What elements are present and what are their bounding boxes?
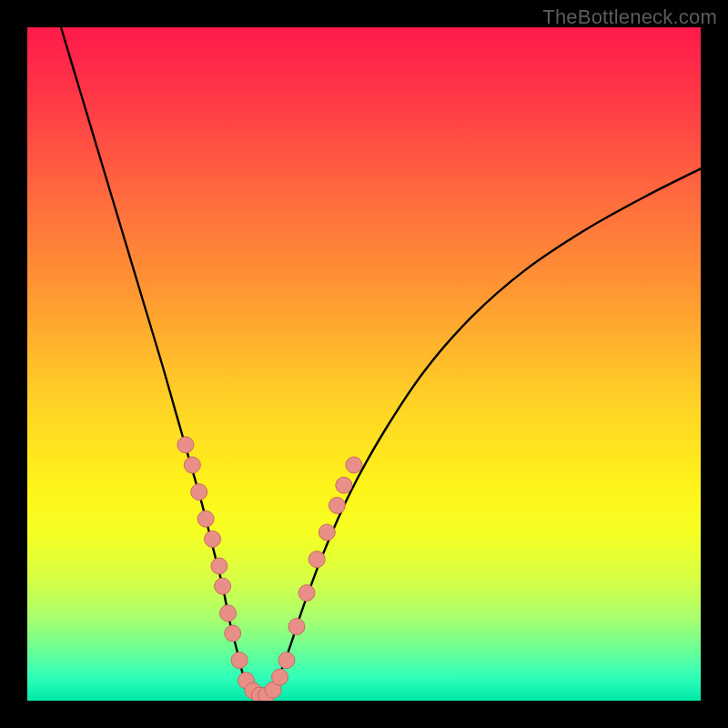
watermark-text: TheBottleneck.com (542, 5, 717, 29)
curve-marker (225, 625, 241, 642)
plot-area (27, 27, 701, 701)
curve-marker (329, 497, 345, 513)
curve-marker (272, 669, 288, 685)
curve-marker (205, 531, 221, 547)
curve-marker (231, 652, 248, 669)
curve-marker (191, 484, 207, 500)
curve-marker (336, 477, 352, 493)
curve-marker (318, 524, 335, 541)
curve-marker (278, 652, 295, 669)
curve-marker (288, 619, 305, 635)
svg-rect-0 (27, 27, 701, 701)
curve-marker (346, 457, 362, 473)
curve-marker (298, 585, 315, 602)
curve-marker (308, 551, 325, 568)
curve-marker (220, 605, 237, 622)
chart-frame: TheBottleneck.com (0, 0, 728, 728)
curve-marker (197, 511, 214, 527)
gradient-background (27, 27, 701, 701)
curve-marker (177, 437, 194, 453)
curve-marker (211, 558, 228, 574)
curve-marker (215, 578, 231, 594)
curve-marker (184, 457, 200, 473)
